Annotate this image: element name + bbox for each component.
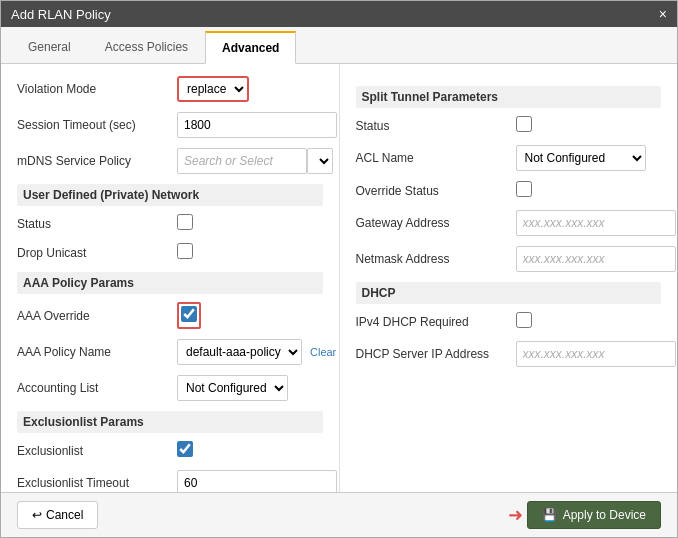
- mdns-select-dropdown[interactable]: [307, 148, 333, 174]
- close-icon[interactable]: ×: [659, 6, 667, 22]
- session-timeout-control: [177, 112, 337, 138]
- exclusionlist-row: Exclusionlist: [17, 441, 323, 460]
- exclusionlist-control: [177, 441, 323, 460]
- apply-to-device-button[interactable]: 💾 Apply to Device: [527, 501, 661, 529]
- violation-mode-label: Violation Mode: [17, 82, 177, 96]
- gateway-address-input[interactable]: [516, 210, 676, 236]
- user-defined-status-control: [177, 214, 323, 233]
- gateway-address-row: Gateway Address: [356, 210, 662, 236]
- undo-icon: ↩: [32, 508, 42, 522]
- aaa-override-label: AAA Override: [17, 309, 177, 323]
- exclusionlist-timeout-label: Exclusionlist Timeout: [17, 476, 177, 490]
- apply-label: Apply to Device: [563, 508, 646, 522]
- gateway-address-label: Gateway Address: [356, 216, 516, 230]
- override-status-control: [516, 181, 662, 200]
- dhcp-server-ip-row: DHCP Server IP Address: [356, 341, 662, 367]
- drop-unicast-row: Drop Unicast: [17, 243, 323, 262]
- accounting-list-control: Not Configured: [177, 375, 323, 401]
- save-icon: 💾: [542, 508, 557, 522]
- ipv4-dhcp-required-control: [516, 312, 662, 331]
- acl-name-row: ACL Name Not Configured: [356, 145, 662, 171]
- dialog-footer: ↩ Cancel ➜ 💾 Apply to Device: [1, 492, 677, 537]
- aaa-policy-name-row: AAA Policy Name default-aaa-policy Clear: [17, 339, 323, 365]
- aaa-override-row: AAA Override: [17, 302, 323, 329]
- session-timeout-label: Session Timeout (sec): [17, 118, 177, 132]
- user-defined-status-label: Status: [17, 217, 177, 231]
- split-tunnel-status-control: [516, 116, 662, 135]
- drop-unicast-label: Drop Unicast: [17, 246, 177, 260]
- mdns-service-policy-row: mDNS Service Policy: [17, 148, 323, 174]
- dialog-body: Violation Mode replace Session Timeout (…: [1, 64, 677, 492]
- session-timeout-row: Session Timeout (sec): [17, 112, 323, 138]
- aaa-override-control: [177, 302, 323, 329]
- violation-mode-control: replace: [177, 76, 323, 102]
- exclusionlist-timeout-control: [177, 470, 337, 492]
- ipv4-dhcp-required-checkbox[interactable]: [516, 312, 532, 328]
- mdns-service-policy-label: mDNS Service Policy: [17, 154, 177, 168]
- right-panel: Split Tunnel Parameters Status ACL Name …: [340, 64, 678, 492]
- aaa-policy-name-label: AAA Policy Name: [17, 345, 177, 359]
- user-defined-status-checkbox[interactable]: [177, 214, 193, 230]
- exclusionlist-section-header: Exclusionlist Params: [17, 411, 323, 433]
- netmask-address-label: Netmask Address: [356, 252, 516, 266]
- dialog-title-text: Add RLAN Policy: [11, 7, 111, 22]
- arrow-right-icon: ➜: [508, 504, 523, 526]
- tab-bar: General Access Policies Advanced: [1, 27, 677, 64]
- cancel-button[interactable]: ↩ Cancel: [17, 501, 98, 529]
- netmask-address-control: [516, 246, 676, 272]
- drop-unicast-control: [177, 243, 323, 262]
- dhcp-server-ip-label: DHCP Server IP Address: [356, 347, 516, 361]
- drop-unicast-checkbox[interactable]: [177, 243, 193, 259]
- violation-mode-row: Violation Mode replace: [17, 76, 323, 102]
- acl-name-control: Not Configured: [516, 145, 662, 171]
- exclusionlist-timeout-input[interactable]: [177, 470, 337, 492]
- add-rlan-policy-dialog: Add RLAN Policy × General Access Policie…: [0, 0, 678, 538]
- aaa-policy-name-select[interactable]: default-aaa-policy: [177, 339, 302, 365]
- aaa-policy-name-control: default-aaa-policy Clear: [177, 339, 336, 365]
- gateway-address-control: [516, 210, 676, 236]
- acl-name-select[interactable]: Not Configured: [516, 145, 646, 171]
- accounting-list-select[interactable]: Not Configured: [177, 375, 288, 401]
- acl-name-label: ACL Name: [356, 151, 516, 165]
- split-tunnel-section-header: Split Tunnel Parameters: [356, 86, 662, 108]
- exclusionlist-checkbox[interactable]: [177, 441, 193, 457]
- ipv4-dhcp-required-label: IPv4 DHCP Required: [356, 315, 516, 329]
- mdns-search-input[interactable]: [177, 148, 307, 174]
- dialog-title-bar: Add RLAN Policy ×: [1, 1, 677, 27]
- dhcp-server-ip-control: [516, 341, 676, 367]
- violation-mode-select[interactable]: replace: [177, 76, 249, 102]
- cancel-label: Cancel: [46, 508, 83, 522]
- exclusionlist-timeout-row: Exclusionlist Timeout: [17, 470, 323, 492]
- split-tunnel-status-checkbox[interactable]: [516, 116, 532, 132]
- netmask-address-row: Netmask Address: [356, 246, 662, 272]
- tab-advanced[interactable]: Advanced: [205, 31, 296, 64]
- split-tunnel-status-label: Status: [356, 119, 516, 133]
- split-tunnel-status-row: Status: [356, 116, 662, 135]
- aaa-policy-clear-link[interactable]: Clear: [310, 346, 336, 358]
- user-defined-section-header: User Defined (Private) Network: [17, 184, 323, 206]
- ipv4-dhcp-required-row: IPv4 DHCP Required: [356, 312, 662, 331]
- accounting-list-row: Accounting List Not Configured: [17, 375, 323, 401]
- left-panel: Violation Mode replace Session Timeout (…: [1, 64, 340, 492]
- override-status-label: Override Status: [356, 184, 516, 198]
- tab-general[interactable]: General: [11, 31, 88, 63]
- dhcp-section-header: DHCP: [356, 282, 662, 304]
- aaa-policy-section-header: AAA Policy Params: [17, 272, 323, 294]
- apply-container: ➜ 💾 Apply to Device: [508, 501, 661, 529]
- dhcp-server-ip-input[interactable]: [516, 341, 676, 367]
- tab-access-policies[interactable]: Access Policies: [88, 31, 205, 63]
- override-status-row: Override Status: [356, 181, 662, 200]
- mdns-service-policy-control: [177, 148, 333, 174]
- override-status-checkbox[interactable]: [516, 181, 532, 197]
- session-timeout-input[interactable]: [177, 112, 337, 138]
- aaa-override-checkbox[interactable]: [181, 306, 197, 322]
- accounting-list-label: Accounting List: [17, 381, 177, 395]
- netmask-address-input[interactable]: [516, 246, 676, 272]
- aaa-override-box: [177, 302, 201, 329]
- exclusionlist-label: Exclusionlist: [17, 444, 177, 458]
- user-defined-status-row: Status: [17, 214, 323, 233]
